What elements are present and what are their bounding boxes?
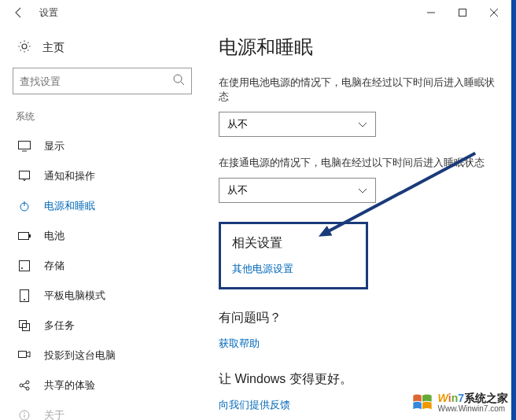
svg-point-2 bbox=[174, 75, 182, 83]
plugged-sleep-dropdown[interactable]: 从不 bbox=[219, 178, 376, 203]
info-icon bbox=[17, 410, 31, 420]
home-label: 主页 bbox=[42, 41, 64, 55]
battery-sleep-label: 在使用电池电源的情况下，电脑在经过以下时间后进入睡眠状态 bbox=[219, 76, 502, 104]
svg-line-3 bbox=[181, 82, 184, 85]
sidebar: 主页 系统 显示 通知和操作 电源和睡眠 电池 存储 平板电脑模式 bbox=[0, 25, 205, 420]
sidebar-item-power-sleep[interactable]: 电源和睡眠 bbox=[13, 191, 192, 221]
svg-rect-17 bbox=[19, 352, 27, 358]
svg-point-20 bbox=[26, 387, 29, 390]
main-panel: 电源和睡眠 在使用电池电源的情况下，电脑在经过以下时间后进入睡眠状态 从不 在接… bbox=[205, 25, 516, 420]
plugged-sleep-label: 在接通电源的情况下，电脑在经过以下时间后进入睡眠状态 bbox=[219, 156, 502, 170]
svg-point-18 bbox=[20, 384, 23, 387]
chevron-down-icon bbox=[358, 185, 367, 197]
right-border bbox=[511, 0, 516, 420]
search-field[interactable] bbox=[20, 76, 172, 87]
svg-rect-6 bbox=[20, 171, 30, 179]
page-title: 电源和睡眠 bbox=[219, 35, 502, 60]
sidebar-item-storage[interactable]: 存储 bbox=[13, 251, 192, 281]
project-icon bbox=[17, 351, 31, 360]
minimize-button[interactable] bbox=[415, 0, 447, 25]
share-icon bbox=[17, 380, 31, 391]
close-button[interactable] bbox=[478, 0, 510, 25]
get-help-link[interactable]: 获取帮助 bbox=[219, 337, 260, 351]
search-icon bbox=[172, 73, 185, 89]
dropdown-value: 从不 bbox=[227, 117, 248, 131]
storage-icon bbox=[17, 260, 31, 271]
svg-rect-9 bbox=[19, 233, 29, 240]
maximize-button[interactable] bbox=[447, 0, 478, 25]
nav-label: 通知和操作 bbox=[44, 169, 95, 183]
sidebar-item-about[interactable]: 关于 bbox=[13, 400, 192, 420]
svg-point-19 bbox=[26, 381, 29, 384]
search-input[interactable] bbox=[13, 68, 192, 94]
titlebar: 设置 bbox=[0, 0, 516, 25]
related-settings-box: 相关设置 其他电源设置 bbox=[219, 222, 368, 289]
svg-point-12 bbox=[21, 267, 23, 269]
home-button[interactable]: 主页 bbox=[13, 31, 192, 68]
nav-label: 投影到这台电脑 bbox=[44, 348, 116, 363]
nav-label: 电池 bbox=[44, 229, 64, 243]
feedback-title: 让 Windows 变得更好。 bbox=[219, 371, 502, 388]
back-button[interactable] bbox=[6, 0, 31, 25]
nav-label: 显示 bbox=[44, 139, 64, 153]
window-title: 设置 bbox=[39, 6, 58, 20]
sidebar-item-shared[interactable]: 共享的体验 bbox=[13, 370, 192, 400]
svg-rect-10 bbox=[29, 234, 31, 238]
nav-label: 平板电脑模式 bbox=[44, 289, 105, 303]
dropdown-value: 从不 bbox=[227, 183, 248, 197]
help-title: 有问题吗？ bbox=[219, 310, 502, 326]
sidebar-item-multitask[interactable]: 多任务 bbox=[13, 311, 192, 341]
power-icon bbox=[17, 201, 31, 212]
gear-icon bbox=[17, 39, 31, 57]
nav-label: 多任务 bbox=[44, 319, 75, 333]
feedback-link[interactable]: 向我们提供反馈 bbox=[219, 398, 290, 412]
nav-label: 共享的体验 bbox=[44, 378, 95, 392]
related-title: 相关设置 bbox=[232, 235, 355, 252]
sidebar-item-project[interactable]: 投影到这台电脑 bbox=[13, 341, 192, 370]
battery-sleep-dropdown[interactable]: 从不 bbox=[219, 112, 376, 137]
battery-icon bbox=[17, 232, 31, 240]
svg-rect-4 bbox=[19, 142, 31, 149]
nav-label: 电源和睡眠 bbox=[44, 199, 95, 213]
chevron-down-icon bbox=[358, 119, 367, 131]
svg-point-14 bbox=[24, 299, 25, 300]
sidebar-item-tablet[interactable]: 平板电脑模式 bbox=[13, 281, 192, 311]
sidebar-item-battery[interactable]: 电池 bbox=[13, 221, 192, 251]
tablet-icon bbox=[17, 289, 31, 302]
nav-label: 关于 bbox=[44, 408, 64, 420]
svg-rect-1 bbox=[459, 9, 466, 17]
sidebar-item-notifications[interactable]: 通知和操作 bbox=[13, 161, 192, 191]
notification-icon bbox=[17, 171, 31, 182]
sidebar-item-display[interactable]: 显示 bbox=[13, 131, 192, 161]
group-label: 系统 bbox=[16, 110, 192, 123]
svg-rect-11 bbox=[20, 261, 30, 271]
display-icon bbox=[17, 141, 31, 152]
additional-power-link[interactable]: 其他电源设置 bbox=[232, 262, 293, 276]
multitask-icon bbox=[17, 320, 31, 331]
svg-point-23 bbox=[24, 412, 25, 414]
nav-label: 存储 bbox=[44, 259, 64, 273]
